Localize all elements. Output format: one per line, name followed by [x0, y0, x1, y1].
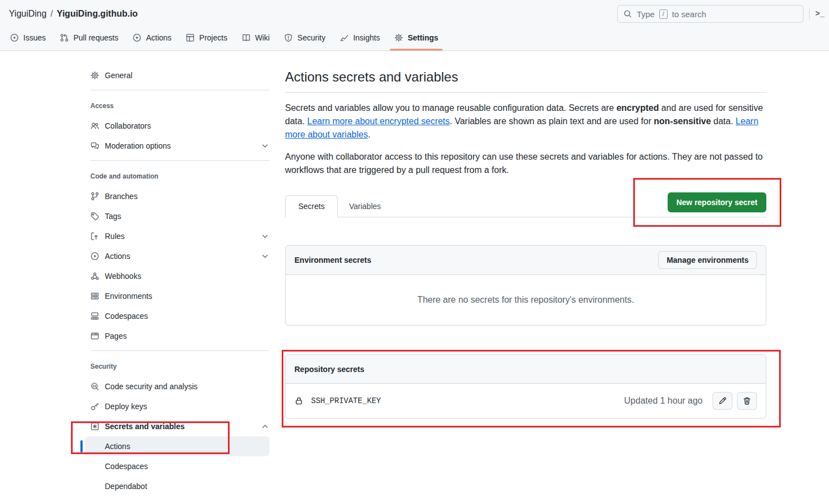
sidebar-item-label: Branches — [105, 192, 138, 201]
tab-issues[interactable]: Issues — [4, 30, 51, 50]
repository-secrets-card: Repository secrets SSH_PRIVATE_KEY Updat… — [285, 354, 766, 419]
shield-icon — [284, 33, 293, 42]
intro-text: Secrets and variables allow you to manag… — [285, 103, 617, 113]
sidebar-item-codespaces[interactable]: Codespaces — [90, 306, 269, 326]
note-paragraph: Anyone with collaborator access to this … — [285, 150, 766, 177]
command-palette-terminal-icon[interactable]: >_ — [815, 9, 826, 18]
sidebar-item-label: Actions — [105, 252, 130, 261]
tab-security[interactable]: Security — [278, 30, 331, 50]
git-branch-icon — [90, 192, 99, 201]
delete-secret-button[interactable] — [737, 392, 757, 410]
sidebar-divider — [90, 90, 269, 90]
sidebar-item-deploy-keys[interactable]: Deploy keys — [90, 396, 269, 416]
search-placeholder-prefix: Type — [637, 9, 655, 19]
sidebar-item-actions[interactable]: Actions — [90, 246, 269, 266]
sidebar-item-label: General — [105, 71, 133, 80]
tab-label: Wiki — [255, 33, 269, 42]
settings-sidebar: General Access Collaborators Moderation … — [90, 51, 269, 496]
tab-label: Actions — [146, 33, 171, 42]
sidebar-item-code-security[interactable]: Code security and analysis — [90, 376, 269, 396]
codespaces-icon — [90, 312, 99, 320]
tab-label: Settings — [408, 33, 438, 42]
sidebar-subitem-codespaces[interactable]: Codespaces — [85, 456, 269, 476]
sidebar-item-pages[interactable]: Pages — [90, 326, 269, 346]
tab-label: Issues — [23, 33, 45, 42]
slash-key-hint: / — [659, 9, 668, 19]
sidebar-item-label: Rules — [105, 232, 125, 241]
secret-name: SSH_PRIVATE_KEY — [311, 396, 381, 405]
tab-actions[interactable]: Actions — [127, 30, 177, 50]
intro-text: . — [368, 130, 370, 139]
sidebar-divider — [90, 160, 269, 161]
breadcrumb-separator: / — [50, 9, 53, 19]
server-icon — [90, 292, 99, 301]
lock-icon — [294, 396, 303, 405]
environment-secrets-card: Environment secrets Manage environments … — [285, 245, 766, 325]
sidebar-item-secrets-and-variables[interactable]: Secrets and variables — [90, 416, 269, 436]
tab-variables[interactable]: Variables — [338, 196, 391, 217]
sidebar-item-label: Deploy keys — [105, 402, 147, 411]
sidebar-subitem-label: Dependabot — [105, 482, 147, 491]
sidebar-subitem-dependabot[interactable]: Dependabot — [85, 476, 269, 496]
learn-more-secrets-link[interactable]: Learn more about encrypted secrets — [307, 116, 450, 126]
breadcrumb-repo-link[interactable]: YiguiDing.github.io — [57, 9, 138, 19]
sidebar-subitem-actions[interactable]: Actions — [85, 436, 269, 456]
main-content: Actions secrets and variables Secrets an… — [285, 51, 766, 419]
secrets-variables-tabnav: Secrets Variables New repository secret — [285, 192, 766, 217]
play-icon — [133, 33, 141, 42]
search-input[interactable]: Type / to search — [617, 5, 803, 23]
sidebar-item-environments[interactable]: Environments — [90, 286, 269, 306]
page-title: Actions secrets and variables — [285, 68, 766, 93]
repo-nav: Issues Pull requests Actions Projects Wi… — [0, 30, 829, 50]
tab-wiki[interactable]: Wiki — [236, 30, 275, 50]
people-icon — [90, 121, 99, 130]
sidebar-divider — [90, 350, 269, 351]
table-icon — [186, 33, 195, 42]
tab-settings[interactable]: Settings — [389, 30, 444, 50]
new-repository-secret-button[interactable]: New repository secret — [668, 192, 766, 212]
active-accent-bar — [80, 440, 83, 452]
sidebar-item-general[interactable]: General — [90, 65, 269, 85]
sidebar-item-label: Collaborators — [105, 121, 151, 130]
intro-paragraph: Secrets and variables allow you to manag… — [285, 101, 766, 141]
graph-icon — [340, 33, 349, 42]
secret-updated-timestamp: Updated 1 hour ago — [624, 396, 703, 406]
tab-insights[interactable]: Insights — [334, 30, 385, 50]
chevron-down-icon — [261, 232, 269, 241]
browser-icon — [90, 332, 99, 340]
sidebar-item-rules[interactable]: Rules — [90, 226, 269, 246]
sidebar-subitem-label: Codespaces — [105, 462, 148, 471]
sidebar-item-moderation-options[interactable]: Moderation options — [90, 136, 269, 156]
sidebar-section-security: Security — [90, 361, 269, 372]
tab-label: Pull requests — [73, 33, 118, 42]
intro-bold-encrypted: encrypted — [617, 103, 659, 113]
sidebar-item-collaborators[interactable]: Collaborators — [90, 116, 269, 136]
edit-secret-button[interactable] — [713, 392, 733, 410]
key-asterisk-icon — [90, 422, 99, 431]
sidebar-item-label: Environments — [105, 292, 152, 301]
sidebar-item-label: Pages — [105, 332, 127, 340]
environment-secrets-empty-message: There are no secrets for this repository… — [286, 275, 766, 325]
breadcrumb: YiguiDing / YiguiDing.github.io — [9, 9, 138, 19]
manage-environments-button[interactable]: Manage environments — [658, 251, 757, 269]
sidebar-item-webhooks[interactable]: Webhooks — [90, 266, 269, 286]
sidebar-item-label: Codespaces — [105, 312, 148, 320]
breadcrumb-owner-link[interactable]: YiguiDing — [9, 9, 47, 19]
intro-bold-non-sensitive: non-sensitive — [654, 116, 711, 126]
search-icon — [623, 9, 632, 18]
chevron-down-icon — [261, 141, 269, 150]
sidebar-item-label: Tags — [105, 212, 121, 221]
sidebar-section-access: Access — [90, 100, 269, 111]
book-icon — [242, 33, 251, 42]
rules-icon — [90, 232, 99, 241]
chevron-down-icon — [261, 252, 269, 261]
secret-row: SSH_PRIVATE_KEY Updated 1 hour ago — [286, 384, 766, 418]
gear-icon — [90, 71, 99, 80]
tab-secrets[interactable]: Secrets — [285, 195, 338, 217]
sidebar-item-branches[interactable]: Branches — [90, 186, 269, 206]
tab-pull-requests[interactable]: Pull requests — [54, 30, 124, 50]
sidebar-item-label: Webhooks — [105, 272, 141, 281]
sidebar-item-tags[interactable]: Tags — [90, 206, 269, 226]
tab-projects[interactable]: Projects — [180, 30, 233, 50]
sidebar-subitem-label: Actions — [105, 442, 130, 451]
